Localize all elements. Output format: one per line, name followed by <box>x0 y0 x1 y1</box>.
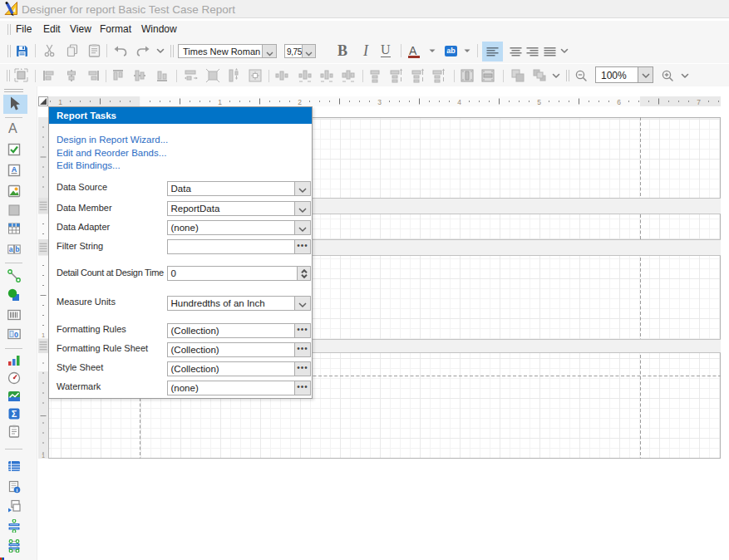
svg-text:a: a <box>9 245 13 253</box>
svg-text:5: 5 <box>537 98 541 106</box>
svg-text:b: b <box>15 245 19 253</box>
svg-text:1: 1 <box>58 98 62 106</box>
svg-text:Σ: Σ <box>12 409 17 419</box>
svg-text:1: 1 <box>42 332 45 339</box>
svg-text:3: 3 <box>377 98 382 106</box>
svg-text:i: i <box>17 487 18 493</box>
svg-text:A: A <box>12 165 17 174</box>
svg-text:1: 1 <box>42 452 45 459</box>
svg-text:6: 6 <box>617 98 621 106</box>
svg-text:4: 4 <box>457 98 461 106</box>
svg-text:7: 7 <box>697 98 701 106</box>
svg-text:2: 2 <box>298 98 302 106</box>
svg-text:0: 0 <box>14 331 18 339</box>
svg-text:1: 1 <box>218 98 222 106</box>
